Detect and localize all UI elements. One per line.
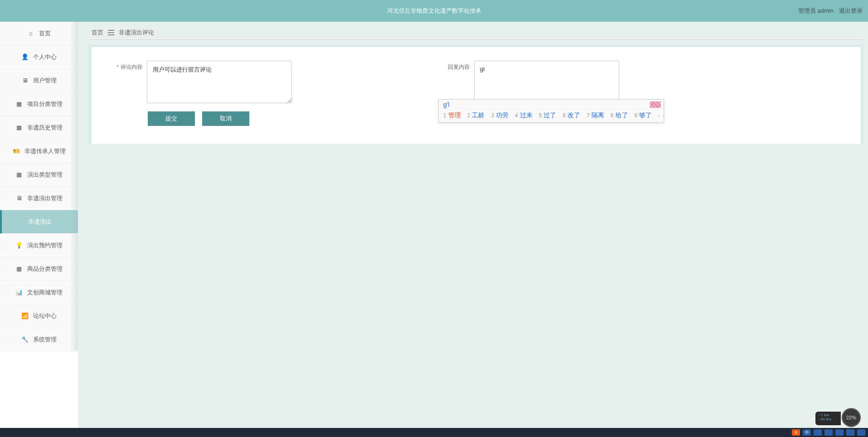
tray-icon[interactable] xyxy=(846,429,854,436)
sidebar-item-系统管理[interactable]: 🔧系统管理 xyxy=(0,328,78,351)
sidebar-item-label: 非遗演出管理 xyxy=(27,194,63,202)
sogou-icon[interactable]: S xyxy=(792,429,800,436)
ime-candidate-list: 1管理2工龄3功劳4过来5过了6改了7隔离8给了9够了 ‹ › xyxy=(439,109,664,122)
ime-candidate[interactable]: 6改了 xyxy=(563,111,580,120)
bars-icon: 📶 xyxy=(21,312,29,320)
sidebar-item-非遗演出[interactable]: 非遗演出 xyxy=(0,210,78,234)
sidebar-item-个人中心[interactable]: 👤个人中心 xyxy=(0,45,78,69)
ime-candidate[interactable]: 5过了 xyxy=(539,111,557,120)
user-label[interactable]: 管理员 admin xyxy=(798,7,834,15)
grid-icon: ▦ xyxy=(15,124,23,131)
tray-icon[interactable] xyxy=(814,429,822,436)
monitor-icon: 🖥 xyxy=(21,77,29,84)
sidebar-item-非遗演出管理[interactable]: 🖥非遗演出管理 xyxy=(0,187,78,210)
net-upload: ↑ 1 K/s xyxy=(818,413,838,417)
sidebar-item-用户管理[interactable]: 🖥用户管理 xyxy=(0,69,78,92)
taskbar: S 中 xyxy=(0,428,868,437)
chart-icon: 📊 xyxy=(15,289,23,296)
menu-toggle-icon[interactable] xyxy=(108,30,114,35)
ime-candidate[interactable]: 4过来 xyxy=(515,111,533,120)
network-monitor: ↑ 1 K/s ↓ 91 K/s xyxy=(815,412,841,425)
form-panel: *评论内容 回复内容 提交 取消 xyxy=(89,44,863,144)
ime-candidate[interactable]: 7隔离 xyxy=(587,111,604,120)
sidebar-item-label: 系统管理 xyxy=(33,336,57,344)
sidebar-item-非遗传承人管理[interactable]: 🎫非遗传承人管理 xyxy=(0,139,78,163)
ime-candidate[interactable]: 1管理 xyxy=(443,111,461,120)
ticket-icon: 🎫 xyxy=(13,148,20,155)
reply-label: 回复内容 xyxy=(437,61,470,71)
sidebar-item-非遗历史管理[interactable]: ▦非遗历史管理 xyxy=(0,116,78,139)
sidebar-item-商品分类管理[interactable]: ▦商品分类管理 xyxy=(0,257,78,281)
sidebar-item-label: 项目分类管理 xyxy=(27,100,63,108)
breadcrumb-home[interactable]: 首页 xyxy=(92,29,103,37)
logout-link[interactable]: 退出登录 xyxy=(839,7,863,15)
sidebar-item-label: 论坛中心 xyxy=(33,312,57,320)
sidebar-item-label: 首页 xyxy=(39,29,51,38)
ime-next-icon[interactable]: › xyxy=(663,112,664,119)
tray-icon[interactable] xyxy=(835,429,844,436)
ime-popup: g'l 1管理2工龄3功劳4过来5过了6改了7隔离8给了9够了 ‹ › xyxy=(438,99,664,123)
sidebar-item-label: 文创商城管理 xyxy=(27,288,63,297)
cancel-button[interactable]: 取消 xyxy=(202,111,249,126)
ime-candidate[interactable]: 3功劳 xyxy=(491,111,509,120)
reply-textarea[interactable] xyxy=(474,61,619,103)
grid-icon: ▦ xyxy=(15,265,23,273)
submit-button[interactable]: 提交 xyxy=(148,111,195,126)
sidebar-item-label: 非遗历史管理 xyxy=(27,124,63,132)
sidebar: ⌂首页👤个人中心🖥用户管理▦项目分类管理▦非遗历史管理🎫非遗传承人管理▦演出类型… xyxy=(0,22,78,437)
sidebar-item-文创商城管理[interactable]: 📊文创商城管理 xyxy=(0,281,78,304)
reply-group: 回复内容 xyxy=(437,61,619,103)
breadcrumb-current: 非遗演出评论 xyxy=(119,29,154,37)
grid-icon: ▦ xyxy=(15,101,23,108)
bulb-icon: 💡 xyxy=(15,242,23,249)
ime-lang-icon[interactable]: 中 xyxy=(803,429,811,436)
tray-icon[interactable] xyxy=(824,429,833,436)
sidebar-item-label: 非遗演出 xyxy=(28,218,52,226)
ime-candidate[interactable]: 8给了 xyxy=(611,111,628,120)
sidebar-item-论坛中心[interactable]: 📶论坛中心 xyxy=(0,304,78,328)
comment-label: *评论内容 xyxy=(110,61,142,71)
sidebar-item-label: 用户管理 xyxy=(33,77,57,85)
main-content: 首页 非遗演出评论 *评论内容 回复内容 提交 取消 xyxy=(78,22,868,437)
topbar-right: 管理员 admin 退出登录 xyxy=(798,7,863,15)
ime-candidate[interactable]: 9够了 xyxy=(635,111,652,120)
person-icon: 👤 xyxy=(21,53,29,61)
topbar: 河北任丘非物质文化遗产数字化传承 管理员 admin 退出登录 xyxy=(0,0,868,22)
comment-group: *评论内容 xyxy=(110,61,292,103)
cpu-ring: 22% xyxy=(842,408,861,427)
tray-icon[interactable] xyxy=(857,429,865,436)
sidebar-item-项目分类管理[interactable]: ▦项目分类管理 xyxy=(0,92,78,116)
home-icon: ⌂ xyxy=(27,30,34,37)
sidebar-item-label: 个人中心 xyxy=(33,53,57,61)
app-title: 河北任丘非物质文化遗产数字化传承 xyxy=(387,7,481,15)
required-mark: * xyxy=(116,64,119,70)
ime-composition: g'l xyxy=(439,100,664,109)
net-download: ↓ 91 K/s xyxy=(818,417,838,421)
grid-icon: ▦ xyxy=(15,171,23,178)
sidebar-item-label: 演出类型管理 xyxy=(27,171,63,179)
sidebar-item-演出预约管理[interactable]: 💡演出预约管理 xyxy=(0,234,78,257)
sidebar-item-label: 商品分类管理 xyxy=(27,265,63,273)
ime-prev-icon[interactable]: ‹ xyxy=(658,112,660,119)
breadcrumb: 首页 非遗演出评论 xyxy=(89,25,863,40)
ime-candidate[interactable]: 2工龄 xyxy=(467,111,485,120)
comment-textarea[interactable] xyxy=(147,61,292,103)
ime-nav[interactable]: ‹ › xyxy=(658,112,664,119)
wrench-icon: 🔧 xyxy=(21,336,29,343)
monitor-icon: 🖥 xyxy=(15,195,23,202)
sidebar-item-label: 非遗传承人管理 xyxy=(24,147,66,155)
sidebar-item-首页[interactable]: ⌂首页 xyxy=(0,22,78,45)
sidebar-item-label: 演出预约管理 xyxy=(27,241,63,250)
sidebar-item-演出类型管理[interactable]: ▦演出类型管理 xyxy=(0,163,78,187)
